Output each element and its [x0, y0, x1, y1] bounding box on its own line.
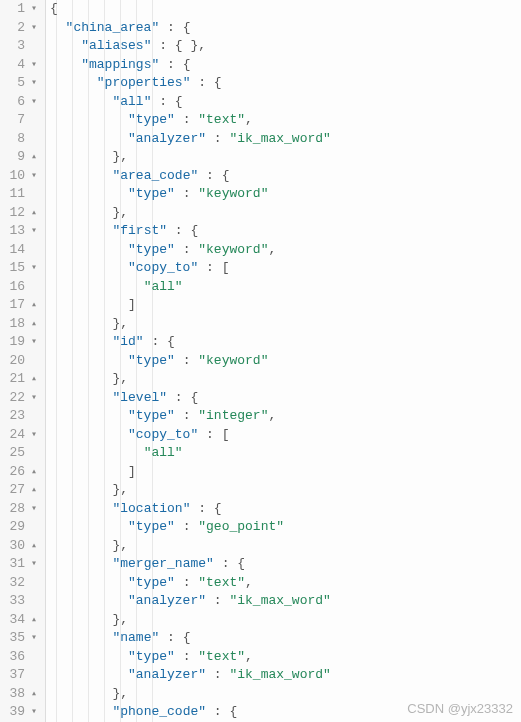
- token-key: "properties": [97, 75, 191, 90]
- token-punc: :: [144, 334, 167, 349]
- gutter-line: 25: [0, 444, 45, 463]
- code-line[interactable]: "all": [50, 444, 521, 463]
- fold-close-icon[interactable]: ▴: [27, 463, 41, 482]
- token-punc: :: [198, 168, 221, 183]
- code-line[interactable]: },: [50, 204, 521, 223]
- fold-close-icon[interactable]: ▴: [27, 148, 41, 167]
- code-line[interactable]: ]: [50, 463, 521, 482]
- code-line[interactable]: },: [50, 611, 521, 630]
- token-key: "level": [112, 390, 167, 405]
- token-punc: ,: [120, 482, 128, 497]
- code-line[interactable]: "level" : {: [50, 389, 521, 408]
- gutter-line: 37: [0, 666, 45, 685]
- token-punc: ,: [120, 149, 128, 164]
- token-punc: :: [175, 353, 198, 368]
- code-line[interactable]: },: [50, 148, 521, 167]
- token-punc: ,: [120, 538, 128, 553]
- code-line[interactable]: "type" : "integer",: [50, 407, 521, 426]
- code-line[interactable]: "type" : "keyword": [50, 352, 521, 371]
- code-line[interactable]: },: [50, 315, 521, 334]
- line-number: 30: [5, 537, 25, 556]
- fold-close-icon[interactable]: ▴: [27, 611, 41, 630]
- fold-close-icon[interactable]: ▴: [27, 204, 41, 223]
- code-line[interactable]: "type" : "keyword",: [50, 241, 521, 260]
- code-line[interactable]: "name" : {: [50, 629, 521, 648]
- fold-open-icon[interactable]: ▾: [27, 555, 41, 574]
- code-line[interactable]: "analyzer" : "ik_max_word": [50, 666, 521, 685]
- token-punc: :: [159, 630, 182, 645]
- token-brace: {: [183, 630, 191, 645]
- code-line[interactable]: "merger_name" : {: [50, 555, 521, 574]
- code-line[interactable]: "type" : "keyword": [50, 185, 521, 204]
- code-line[interactable]: "type" : "text",: [50, 648, 521, 667]
- code-line[interactable]: "mappings" : {: [50, 56, 521, 75]
- code-line[interactable]: "type" : "text",: [50, 111, 521, 130]
- code-line[interactable]: "all" : {: [50, 93, 521, 112]
- line-number: 2: [5, 19, 25, 38]
- code-line[interactable]: "type" : "text",: [50, 574, 521, 593]
- code-line[interactable]: "type" : "geo_point": [50, 518, 521, 537]
- token-key: "location": [112, 501, 190, 516]
- code-line[interactable]: "properties" : {: [50, 74, 521, 93]
- token-key: "copy_to": [128, 260, 198, 275]
- fold-open-icon[interactable]: ▾: [27, 259, 41, 278]
- fold-open-icon[interactable]: ▾: [27, 0, 41, 19]
- token-key: "type": [128, 242, 175, 257]
- code-line[interactable]: "copy_to" : [: [50, 259, 521, 278]
- token-brace: {: [222, 168, 230, 183]
- code-line[interactable]: },: [50, 370, 521, 389]
- token-punc: :: [206, 593, 229, 608]
- code-area[interactable]: { "china_area" : { "aliases" : { }, "map…: [46, 0, 521, 722]
- token-brace: ]: [128, 297, 136, 312]
- fold-open-icon[interactable]: ▾: [27, 500, 41, 519]
- gutter-line: 17▴: [0, 296, 45, 315]
- code-line[interactable]: },: [50, 481, 521, 500]
- fold-close-icon[interactable]: ▴: [27, 315, 41, 334]
- fold-open-icon[interactable]: ▾: [27, 389, 41, 408]
- line-number-gutter: 1▾2▾34▾5▾6▾789▴10▾1112▴13▾1415▾1617▴18▴1…: [0, 0, 46, 722]
- fold-open-icon[interactable]: ▾: [27, 703, 41, 722]
- code-line[interactable]: "area_code" : {: [50, 167, 521, 186]
- code-line[interactable]: "analyzer" : "ik_max_word": [50, 130, 521, 149]
- fold-open-icon[interactable]: ▾: [27, 93, 41, 112]
- code-line[interactable]: "location" : {: [50, 500, 521, 519]
- fold-open-icon[interactable]: ▾: [27, 629, 41, 648]
- token-key: "type": [128, 649, 175, 664]
- code-line[interactable]: "china_area" : {: [50, 19, 521, 38]
- line-number: 34: [5, 611, 25, 630]
- code-line[interactable]: "all": [50, 278, 521, 297]
- fold-close-icon[interactable]: ▴: [27, 685, 41, 704]
- fold-close-icon[interactable]: ▴: [27, 296, 41, 315]
- code-line[interactable]: ]: [50, 296, 521, 315]
- fold-open-icon[interactable]: ▾: [27, 222, 41, 241]
- token-punc: :: [198, 260, 221, 275]
- line-number: 22: [5, 389, 25, 408]
- fold-open-icon[interactable]: ▾: [27, 56, 41, 75]
- gutter-line: 19▾: [0, 333, 45, 352]
- gutter-line: 31▾: [0, 555, 45, 574]
- token-punc: :: [151, 38, 174, 53]
- code-line[interactable]: "aliases" : { },: [50, 37, 521, 56]
- token-brace: {: [190, 390, 198, 405]
- token-key: "copy_to": [128, 427, 198, 442]
- fold-open-icon[interactable]: ▾: [27, 167, 41, 186]
- fold-open-icon[interactable]: ▾: [27, 426, 41, 445]
- gutter-line: 16: [0, 278, 45, 297]
- code-line[interactable]: },: [50, 537, 521, 556]
- code-line[interactable]: "id" : {: [50, 333, 521, 352]
- fold-open-icon[interactable]: ▾: [27, 19, 41, 38]
- fold-open-icon[interactable]: ▾: [27, 74, 41, 93]
- token-key: "type": [128, 408, 175, 423]
- fold-close-icon[interactable]: ▴: [27, 537, 41, 556]
- code-line[interactable]: {: [50, 0, 521, 19]
- fold-close-icon[interactable]: ▴: [27, 481, 41, 500]
- token-key: "name": [112, 630, 159, 645]
- fold-close-icon[interactable]: ▴: [27, 370, 41, 389]
- code-line[interactable]: "copy_to" : [: [50, 426, 521, 445]
- code-line[interactable]: "first" : {: [50, 222, 521, 241]
- fold-open-icon[interactable]: ▾: [27, 333, 41, 352]
- gutter-line: 3: [0, 37, 45, 56]
- code-line[interactable]: "analyzer" : "ik_max_word": [50, 592, 521, 611]
- token-str: "all": [144, 279, 183, 294]
- token-str: "keyword": [198, 353, 268, 368]
